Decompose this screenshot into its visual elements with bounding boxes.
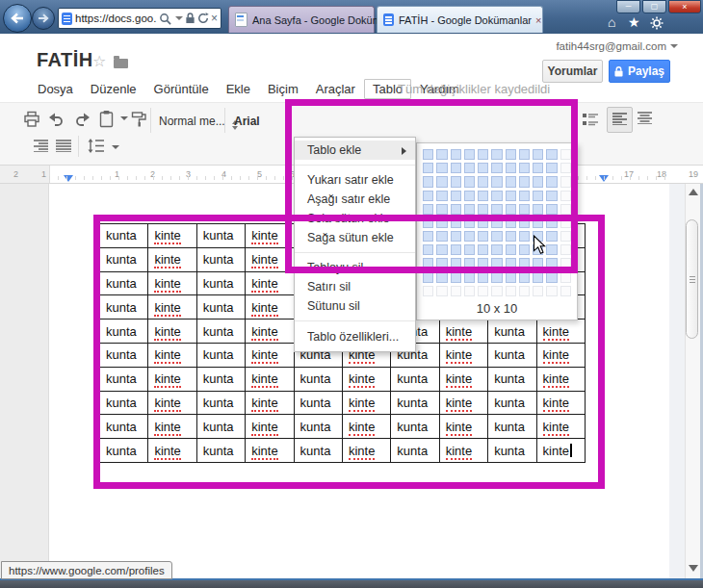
gear-icon[interactable] [650, 16, 664, 30]
folder-icon[interactable] [114, 59, 128, 68]
table-cell[interactable]: kunta [100, 247, 148, 271]
grid-cell[interactable] [491, 231, 502, 242]
table-cell[interactable]: kunta [196, 415, 245, 439]
grid-cell[interactable] [451, 191, 461, 201]
grid-cell[interactable] [519, 231, 530, 242]
table-cell[interactable]: kunta [196, 439, 245, 463]
grid-cell[interactable] [464, 163, 475, 173]
grid-cell[interactable] [491, 286, 502, 296]
table-menu-item[interactable]: Aşağı satır ekle [295, 190, 415, 209]
grid-cell[interactable] [423, 149, 433, 160]
account-menu[interactable]: fatih44srg@gmail.com [556, 40, 678, 52]
grid-cell[interactable] [464, 149, 475, 160]
favorites-star-icon[interactable]: ★ [628, 14, 640, 30]
paste-dropdown-icon[interactable] [120, 116, 128, 120]
grid-cell[interactable] [560, 191, 571, 201]
grid-cell[interactable] [478, 191, 488, 201]
grid-cell[interactable] [478, 217, 488, 228]
grid-cell[interactable] [478, 149, 488, 160]
grid-cell[interactable] [560, 217, 571, 228]
window-minimize-button[interactable]: ─ [616, 0, 640, 13]
grid-cell[interactable] [451, 217, 461, 228]
font-selector[interactable]: Arial [234, 115, 260, 128]
grid-cell[interactable] [436, 286, 447, 296]
table-cell[interactable]: kunta [488, 367, 536, 391]
table-cell[interactable]: kinte [148, 295, 196, 320]
grid-cell[interactable] [506, 163, 516, 173]
grid-cell[interactable] [519, 272, 530, 283]
home-icon[interactable]: ⌂ [608, 14, 615, 30]
grid-cell[interactable] [464, 191, 475, 201]
grid-cell[interactable] [519, 258, 530, 268]
grid-cell[interactable] [506, 272, 516, 283]
grid-cell[interactable] [519, 149, 530, 160]
table-cell[interactable]: kunta [294, 367, 342, 391]
grid-cell[interactable] [464, 244, 475, 255]
table-cell[interactable]: kunta [196, 391, 245, 415]
grid-cell[interactable] [423, 272, 433, 283]
align-right-icon[interactable] [33, 140, 48, 152]
table-cell[interactable]: kunta [488, 320, 536, 344]
menu-biçim[interactable]: Biçim [259, 79, 307, 99]
grid-cell[interactable] [519, 204, 530, 215]
grid-cell[interactable] [423, 286, 433, 296]
undo-icon[interactable] [48, 112, 65, 127]
grid-cell[interactable] [560, 204, 571, 215]
grid-cell[interactable] [451, 244, 461, 255]
grid-cell[interactable] [436, 258, 447, 268]
grid-cell[interactable] [478, 176, 488, 187]
stop-icon[interactable]: × [211, 12, 218, 25]
grid-cell[interactable] [464, 272, 475, 283]
grid-cell[interactable] [506, 231, 516, 242]
grid-cell[interactable] [560, 258, 571, 268]
grid-cell[interactable] [436, 191, 447, 201]
table-cell[interactable]: kinte [536, 439, 585, 463]
grid-cell[interactable] [533, 217, 543, 228]
table-cell[interactable]: kunta [100, 295, 148, 320]
grid-cell[interactable] [546, 272, 557, 283]
scroll-up-icon[interactable] [689, 189, 696, 196]
table-cell[interactable]: kinte [342, 439, 390, 463]
grid-cell[interactable] [506, 191, 516, 201]
grid-cell[interactable] [436, 244, 447, 255]
grid-cell[interactable] [491, 244, 502, 255]
grid-cell[interactable] [478, 163, 488, 173]
table-cell[interactable]: kunta [100, 224, 148, 248]
grid-cell[interactable] [533, 176, 543, 187]
grid-cell[interactable] [546, 258, 557, 268]
grid-cell[interactable] [533, 191, 543, 201]
table-cell[interactable]: kinte [439, 415, 487, 439]
table-cell[interactable]: kinte [148, 320, 196, 344]
grid-cell[interactable] [560, 231, 571, 242]
grid-cell[interactable] [451, 204, 461, 215]
table-cell[interactable]: kunta [100, 271, 148, 295]
comments-button[interactable]: Yorumlar [542, 60, 603, 83]
table-cell[interactable]: kunta [391, 439, 439, 463]
grid-cell[interactable] [478, 272, 488, 283]
table-cell[interactable]: kinte [246, 224, 294, 248]
grid-cell[interactable] [423, 244, 433, 255]
table-cell[interactable]: kunta [100, 367, 148, 391]
table-cell[interactable]: kinte [439, 320, 487, 344]
table-cell[interactable]: kinte [536, 343, 585, 367]
grid-cell[interactable] [546, 286, 557, 296]
align-justify-icon[interactable] [56, 140, 71, 152]
menu-görüntüle[interactable]: Görüntüle [145, 79, 218, 99]
grid-cell[interactable] [478, 286, 488, 296]
table-cell[interactable]: kinte [246, 271, 294, 295]
left-indent-marker[interactable] [64, 175, 73, 182]
table-menu-item[interactable]: Satırı sil [295, 277, 415, 296]
table-cell[interactable]: kinte [246, 343, 294, 367]
table-cell[interactable]: kunta [196, 271, 245, 295]
address-bar[interactable]: https://docs.goo... × [58, 8, 221, 29]
tab-ana-sayfa[interactable]: Ana Sayfa - Google Dokümanlar [228, 6, 375, 33]
grid-cell[interactable] [464, 204, 475, 215]
grid-cell[interactable] [451, 176, 461, 187]
grid-cell[interactable] [451, 286, 461, 296]
table-cell[interactable]: kunta [391, 391, 439, 415]
table-cell[interactable]: kinte [148, 391, 196, 415]
grid-cell[interactable] [436, 217, 447, 228]
grid-cell[interactable] [506, 286, 516, 296]
table-cell[interactable]: kinte [148, 247, 196, 271]
table-cell[interactable]: kinte [342, 391, 390, 415]
